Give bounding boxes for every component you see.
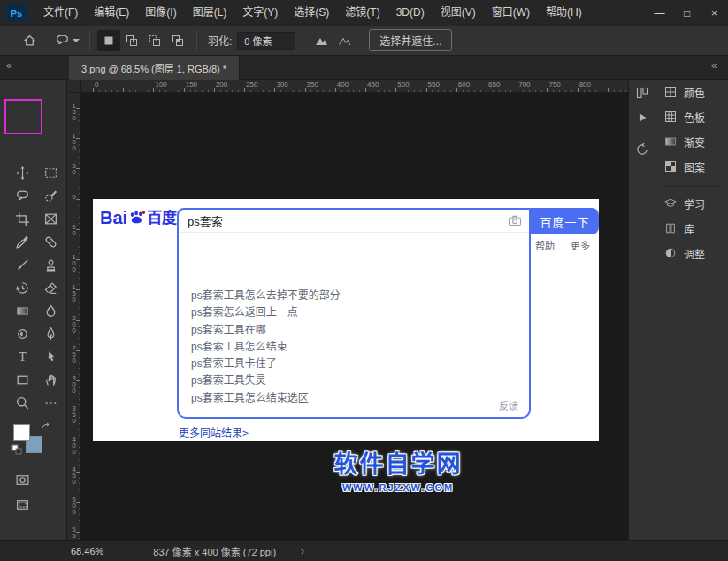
minimize-button[interactable]: —	[646, 0, 673, 26]
tool-preset-button[interactable]	[52, 30, 82, 50]
feather-value: 0 像素	[244, 34, 272, 48]
menu-item[interactable]: 滤镜(T)	[337, 0, 387, 26]
vruler-label: 0	[70, 193, 78, 199]
history-panel-button[interactable]	[632, 140, 652, 159]
home-button[interactable]	[19, 30, 40, 50]
add-selection-button[interactable]	[120, 30, 143, 51]
gradient-tool[interactable]	[11, 300, 33, 321]
menu-item[interactable]: 文件(F)	[35, 0, 86, 26]
eyedropper-tool[interactable]	[11, 231, 33, 252]
collapse-toolbar-icon[interactable]: «	[6, 59, 12, 72]
dodge-tool[interactable]	[11, 323, 33, 344]
baidu-nav-link[interactable]: 帮助	[535, 238, 555, 252]
suggestion-item[interactable]: ps套索怎么返回上一点	[179, 304, 529, 321]
sharp-edge-button[interactable]	[310, 30, 333, 51]
feather-input[interactable]: 0 像素	[237, 32, 295, 50]
status-chevron-icon[interactable]: ›	[301, 545, 304, 557]
vruler-label: 550	[70, 526, 78, 540]
lasso-tool-highlight	[4, 99, 42, 134]
menu-item[interactable]: 视图(V)	[433, 0, 484, 26]
search-input[interactable]: ps套索	[179, 210, 529, 233]
suggestion-item[interactable]: ps套索工具怎么结束	[179, 339, 529, 356]
menu-item[interactable]: 编辑(E)	[86, 0, 137, 26]
lasso-tool[interactable]	[11, 185, 33, 206]
canvas-pasteboard[interactable]: Bai 百度 ps套索 ps套索工具怎么去掉不要的部分ps套索怎么返回上一点ps…	[81, 93, 628, 540]
close-icon: ×	[711, 7, 717, 19]
clone-stamp-tool[interactable]	[40, 254, 61, 275]
edit-toolbar-button[interactable]	[40, 392, 61, 413]
panel-tab-label: 图案	[684, 159, 705, 174]
menu-item[interactable]: 3D(D)	[388, 0, 433, 26]
object-selection-tool[interactable]	[40, 185, 61, 206]
crop-icon	[15, 211, 30, 227]
panel-tab-color[interactable]: 颜色	[655, 80, 728, 104]
marquee-icon	[43, 165, 58, 181]
zoom-tool[interactable]	[11, 392, 33, 413]
subtract-selection-button[interactable]	[143, 30, 166, 51]
actions-panel-button[interactable]	[632, 108, 652, 127]
menu-item[interactable]: 窗口(W)	[484, 0, 538, 26]
more-results-link[interactable]: 更多同站结果>	[179, 425, 249, 440]
panel-tab-patterns[interactable]: 图案	[655, 154, 728, 179]
document-tab[interactable]: 3.png @ 68.5% (图层 1, RGB/8) *	[69, 56, 240, 80]
document-image[interactable]: Bai 百度 ps套索 ps套索工具怎么去掉不要的部分ps套索怎么返回上一点ps…	[93, 199, 599, 441]
screen-mode-button[interactable]	[11, 494, 33, 515]
spot-healing-tool[interactable]	[40, 231, 61, 252]
tools-panel: T	[0, 80, 67, 540]
vruler-label: 250	[70, 344, 78, 363]
smooth-edge-button[interactable]	[333, 30, 356, 51]
quick-mask-button[interactable]	[11, 469, 33, 490]
menu-item[interactable]: 图层(L)	[185, 0, 235, 26]
suggestion-item[interactable]: ps套索工具在哪	[179, 322, 529, 339]
svg-text:T: T	[19, 350, 27, 364]
collapse-panels-icon[interactable]: «	[711, 59, 717, 72]
sharp-edge-icon	[315, 34, 329, 48]
type-tool[interactable]: T	[11, 346, 33, 367]
zoom-level-field[interactable]: 68.46%	[71, 546, 103, 557]
intersect-selection-button[interactable]	[166, 30, 189, 51]
rectangular-marquee-tool[interactable]	[40, 162, 61, 183]
vruler-label: 200	[70, 314, 78, 333]
suggestion-item[interactable]: ps套索工具卡住了	[179, 356, 529, 373]
eraser-tool[interactable]	[40, 277, 61, 298]
close-button[interactable]: ×	[701, 0, 728, 26]
suggestion-item[interactable]: ps套索工具怎么结束选区	[179, 390, 529, 407]
new-selection-button[interactable]	[97, 30, 120, 51]
blur-tool[interactable]	[40, 300, 61, 321]
menu-item[interactable]: 帮助(H)	[538, 0, 590, 26]
default-colors-icon[interactable]	[11, 444, 22, 455]
properties-panel-button[interactable]	[632, 83, 652, 103]
panel-tab-learn[interactable]: 学习	[655, 191, 728, 216]
hruler-label: 650	[488, 81, 500, 88]
chevron-down-icon	[73, 39, 80, 42]
rectangle-tool[interactable]	[11, 369, 33, 390]
baidu-search-button[interactable]: 百度一下	[531, 208, 599, 234]
feedback-link[interactable]: 反馈	[499, 398, 518, 412]
foreground-color-swatch[interactable]	[13, 424, 30, 441]
gradients-panel-icon	[664, 135, 677, 148]
brush-tool[interactable]	[11, 254, 33, 275]
suggestion-item[interactable]: ps套索工具怎么去掉不要的部分	[179, 288, 529, 304]
panel-tab-adjustments[interactable]: 调整	[655, 241, 728, 265]
panel-tab-gradients[interactable]: 渐变	[655, 129, 728, 154]
frame-tool[interactable]	[40, 208, 61, 229]
learn-panel-icon	[664, 197, 677, 210]
menu-item[interactable]: 图像(I)	[137, 0, 184, 26]
menu-item[interactable]: 选择(S)	[286, 0, 337, 26]
crop-tool[interactable]	[11, 208, 33, 229]
swap-colors-icon[interactable]	[41, 422, 51, 433]
maximize-button[interactable]: □	[673, 0, 701, 26]
suggestion-item[interactable]: ps套索工具失灵	[179, 373, 529, 389]
panel-tab-libraries[interactable]: 库	[655, 216, 728, 241]
hand-tool[interactable]	[40, 369, 61, 390]
select-and-mask-button[interactable]: 选择并遮住...	[369, 29, 452, 51]
pen-tool[interactable]	[40, 323, 61, 344]
camera-icon[interactable]	[508, 214, 522, 228]
history-brush-tool[interactable]	[11, 277, 33, 298]
path-selection-tool[interactable]	[40, 346, 61, 367]
right-panel: 颜色 色板 渐变 图案 学习 库 调整	[655, 80, 728, 540]
panel-tab-swatches[interactable]: 色板	[655, 104, 728, 129]
baidu-nav-link[interactable]: 更多	[571, 238, 590, 252]
menu-item[interactable]: 文字(Y)	[234, 0, 286, 26]
move-tool[interactable]	[11, 162, 33, 183]
